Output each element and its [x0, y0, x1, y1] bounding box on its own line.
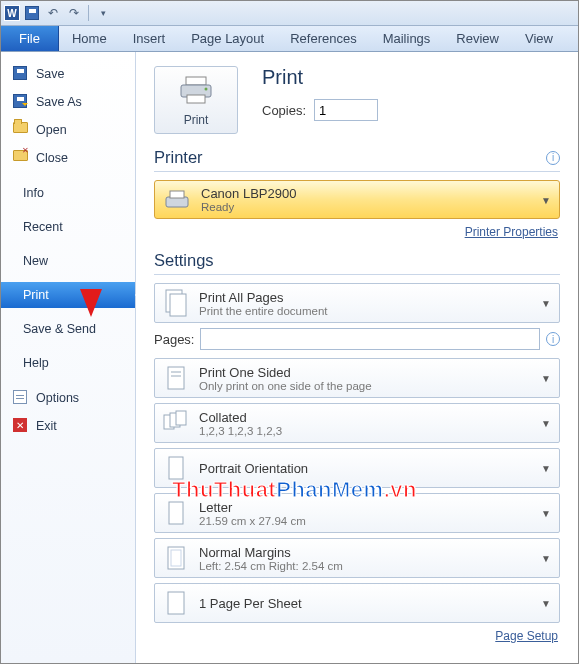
printer-selector[interactable]: Canon LBP2900 Ready ▼	[154, 180, 560, 219]
sidebar-item-print[interactable]: Print	[1, 282, 135, 308]
sidebar-item-save[interactable]: Save	[1, 60, 135, 88]
setting-sub: Print the entire document	[199, 305, 328, 317]
sidebar-item-recent[interactable]: Recent	[1, 214, 135, 240]
tab-mailings[interactable]: Mailings	[370, 26, 444, 51]
chevron-down-icon: ▼	[541, 508, 551, 519]
paper-size-icon	[163, 498, 189, 528]
setting-title: Collated	[199, 410, 282, 425]
print-backstage-content: Print Print Copies: Printer i Canon LBP2…	[136, 52, 578, 663]
save-as-icon	[13, 94, 29, 110]
sidebar-item-info[interactable]: Info	[1, 180, 135, 206]
sidebar-item-open[interactable]: Open	[1, 116, 135, 144]
settings-heading: Settings	[154, 251, 214, 270]
file-tab[interactable]: File	[1, 26, 59, 51]
title-bar: W ↶ ↷ ▾	[1, 1, 578, 26]
setting-print-range[interactable]: Print All Pages Print the entire documen…	[154, 283, 560, 323]
printer-properties-link[interactable]: Printer Properties	[154, 225, 558, 239]
svg-rect-13	[176, 411, 186, 425]
setting-title: Print One Sided	[199, 365, 372, 380]
tab-references[interactable]: References	[277, 26, 369, 51]
sidebar-label: Open	[36, 123, 67, 137]
setting-sub: Only print on one side of the page	[199, 380, 372, 392]
setting-title: 1 Page Per Sheet	[199, 596, 302, 611]
chevron-down-icon: ▼	[541, 298, 551, 309]
document-pages-icon	[163, 288, 189, 318]
printer-info-icon[interactable]: i	[546, 151, 560, 165]
setting-sub: 1,2,3 1,2,3 1,2,3	[199, 425, 282, 437]
setting-orientation[interactable]: Portrait Orientation ▼	[154, 448, 560, 488]
divider	[154, 274, 560, 275]
redo-icon[interactable]: ↷	[65, 4, 83, 22]
backstage-sidebar: Save Save As Open Close Info Recent New …	[1, 52, 136, 663]
sidebar-item-close[interactable]: Close	[1, 144, 135, 172]
sidebar-item-save-send[interactable]: Save & Send	[1, 316, 135, 342]
setting-duplex[interactable]: Print One Sided Only print on one side o…	[154, 358, 560, 398]
portrait-icon	[163, 453, 189, 483]
ribbon-tabs: File Home Insert Page Layout References …	[1, 26, 578, 52]
tab-view[interactable]: View	[512, 26, 566, 51]
svg-rect-18	[168, 592, 184, 614]
setting-title: Print All Pages	[199, 290, 328, 305]
qat-customize-icon[interactable]: ▾	[94, 4, 112, 22]
backstage-main: Save Save As Open Close Info Recent New …	[1, 52, 578, 663]
sidebar-label: Save As	[36, 95, 82, 109]
printer-status: Ready	[201, 201, 296, 213]
sidebar-item-exit[interactable]: ✕Exit	[1, 412, 135, 440]
divider	[154, 171, 560, 172]
svg-point-3	[205, 88, 208, 91]
sidebar-item-save-as[interactable]: Save As	[1, 88, 135, 116]
close-folder-icon	[13, 150, 29, 166]
undo-icon[interactable]: ↶	[44, 4, 62, 22]
setting-title: Normal Margins	[199, 545, 343, 560]
chevron-down-icon: ▼	[541, 373, 551, 384]
printer-big-icon	[178, 75, 214, 105]
printer-name: Canon LBP2900	[201, 186, 296, 201]
svg-rect-2	[187, 95, 205, 103]
copies-label: Copies:	[262, 103, 306, 118]
setting-title: Portrait Orientation	[199, 461, 308, 476]
sidebar-item-new[interactable]: New	[1, 248, 135, 274]
setting-paper-size[interactable]: Letter 21.59 cm x 27.94 cm ▼	[154, 493, 560, 533]
setting-margins[interactable]: Normal Margins Left: 2.54 cm Right: 2.54…	[154, 538, 560, 578]
svg-rect-7	[170, 294, 186, 316]
one-sided-icon	[163, 363, 189, 393]
pages-info-icon[interactable]: i	[546, 332, 560, 346]
pages-label: Pages:	[154, 332, 194, 347]
setting-pages-per-sheet[interactable]: 1 Page Per Sheet ▼	[154, 583, 560, 623]
setting-sub: 21.59 cm x 27.94 cm	[199, 515, 306, 527]
sidebar-label: Close	[36, 151, 68, 165]
sidebar-item-help[interactable]: Help	[1, 350, 135, 376]
print-heading: Print	[262, 66, 378, 89]
save-icon	[13, 66, 29, 82]
tab-insert[interactable]: Insert	[120, 26, 179, 51]
print-button-label: Print	[155, 113, 237, 127]
app-icon: W	[4, 5, 20, 21]
page-setup-link[interactable]: Page Setup	[154, 629, 558, 643]
tab-review[interactable]: Review	[443, 26, 512, 51]
page-per-sheet-icon	[163, 588, 189, 618]
printer-device-icon	[163, 189, 191, 211]
tab-home[interactable]: Home	[59, 26, 120, 51]
chevron-down-icon: ▼	[541, 463, 551, 474]
open-folder-icon	[13, 122, 29, 138]
options-icon	[13, 390, 29, 406]
chevron-down-icon: ▼	[541, 418, 551, 429]
qat-separator	[88, 5, 89, 21]
svg-rect-5	[170, 191, 184, 198]
print-button[interactable]: Print	[154, 66, 238, 134]
exit-icon: ✕	[13, 418, 29, 434]
svg-rect-14	[169, 457, 183, 479]
chevron-down-icon: ▼	[541, 553, 551, 564]
tab-page-layout[interactable]: Page Layout	[178, 26, 277, 51]
sidebar-item-options[interactable]: Options	[1, 384, 135, 412]
qat-save-icon[interactable]	[23, 4, 41, 22]
pages-input[interactable]	[200, 328, 540, 350]
svg-rect-0	[186, 77, 206, 85]
margins-icon	[163, 543, 189, 573]
printer-heading: Printer	[154, 148, 203, 167]
sidebar-label: Save	[36, 67, 65, 81]
collated-icon	[163, 408, 189, 438]
setting-title: Letter	[199, 500, 306, 515]
copies-input[interactable]	[314, 99, 378, 121]
setting-collation[interactable]: Collated 1,2,3 1,2,3 1,2,3 ▼	[154, 403, 560, 443]
